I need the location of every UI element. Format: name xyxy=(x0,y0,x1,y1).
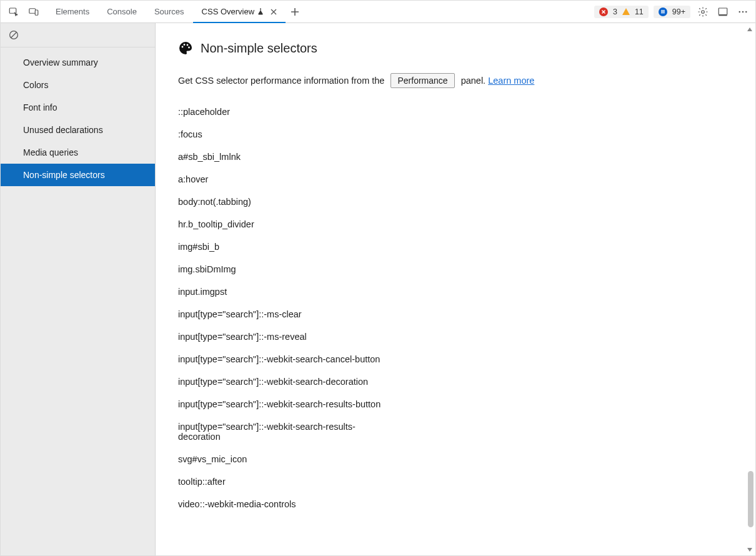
selector-item[interactable]: a:hover xyxy=(178,168,397,191)
sidebar-item-colors[interactable]: Colors xyxy=(1,74,155,96)
intro-before: Get CSS selector performance information… xyxy=(178,76,384,86)
tab-elements[interactable]: Elements xyxy=(47,1,98,22)
sidebar-item-label: Font info xyxy=(23,102,57,112)
tab-console[interactable]: Console xyxy=(98,1,146,22)
selector-item[interactable]: input[type="search"]::-webkit-search-res… xyxy=(178,393,397,415)
sidebar-item-media-queries[interactable]: Media queries xyxy=(1,141,155,164)
svg-point-16 xyxy=(188,47,190,49)
warning-icon xyxy=(622,8,630,15)
learn-more-link[interactable]: Learn more xyxy=(488,76,534,86)
selector-item[interactable]: img#sbi_b xyxy=(178,236,397,258)
selector-item[interactable]: input.imgpst xyxy=(178,280,397,303)
inspect-element-icon[interactable] xyxy=(4,1,23,23)
selector-item[interactable]: video::-webkit-media-controls xyxy=(178,493,397,515)
svg-rect-5 xyxy=(661,10,665,11)
sidebar-item-non-simple-selectors[interactable]: Non-simple selectors xyxy=(1,164,155,186)
svg-rect-7 xyxy=(719,8,727,15)
toolbar-tabs: Elements Console Sources CSS Overview xyxy=(47,1,589,22)
svg-rect-1 xyxy=(29,8,36,13)
svg-rect-4 xyxy=(661,12,665,13)
flask-icon xyxy=(257,7,264,16)
sidebar-list: Overview summary Colors Font info Unused… xyxy=(1,47,155,186)
sidebar-item-overview-summary[interactable]: Overview summary xyxy=(1,51,155,74)
errors-warnings-pill[interactable]: 3 11 xyxy=(594,6,649,18)
selector-item[interactable]: :focus xyxy=(178,123,397,146)
selector-item[interactable]: svg#vs_mic_icon xyxy=(178,448,397,470)
selector-item[interactable]: input[type="search"]::-webkit-search-can… xyxy=(178,348,397,370)
dock-side-icon[interactable] xyxy=(715,4,730,19)
scrollbar-track[interactable] xyxy=(745,34,755,545)
content-panel: Non-simple selectors Get CSS selector pe… xyxy=(156,23,755,555)
toolbar-right: 3 11 99+ xyxy=(589,1,755,22)
svg-point-10 xyxy=(742,11,744,12)
selector-item[interactable]: input[type="search"]::-webkit-search-res… xyxy=(178,415,397,448)
tab-label: Console xyxy=(107,7,137,16)
selector-item[interactable]: input[type="search"]::-ms-reveal xyxy=(178,325,397,348)
error-count: 3 xyxy=(613,7,617,16)
sidebar-item-label: Media queries xyxy=(23,147,78,157)
svg-point-13 xyxy=(182,46,184,48)
svg-rect-2 xyxy=(35,10,38,15)
tab-sources[interactable]: Sources xyxy=(146,1,193,22)
scrollbar-thumb[interactable] xyxy=(748,471,754,527)
intro-text: Get CSS selector performance information… xyxy=(178,73,722,88)
palette-icon xyxy=(178,41,193,56)
sidebar-item-label: Overview summary xyxy=(23,57,98,67)
svg-point-14 xyxy=(184,44,186,46)
selector-item[interactable]: input[type="search"]::-webkit-search-dec… xyxy=(178,370,397,393)
scroll-up-button[interactable] xyxy=(745,24,754,34)
svg-rect-3 xyxy=(661,11,665,12)
warning-count: 11 xyxy=(635,7,644,16)
selector-item[interactable]: tooltip::after xyxy=(178,470,397,493)
content-inner: Non-simple selectors Get CSS selector pe… xyxy=(156,23,745,555)
add-tab-button[interactable] xyxy=(286,1,304,22)
tab-css-overview[interactable]: CSS Overview xyxy=(193,1,286,22)
close-icon[interactable] xyxy=(271,9,277,15)
css-overview-sidebar: Overview summary Colors Font info Unused… xyxy=(1,23,156,555)
tab-label: Elements xyxy=(56,7,89,16)
clear-icon[interactable] xyxy=(8,29,19,41)
settings-icon[interactable] xyxy=(695,4,710,19)
sidebar-item-label: Colors xyxy=(23,80,48,90)
sidebar-item-label: Unused declarations xyxy=(23,125,103,135)
sidebar-item-label: Non-simple selectors xyxy=(23,170,105,180)
issues-icon xyxy=(659,7,667,16)
issues-pill[interactable]: 99+ xyxy=(654,6,690,18)
device-toolbar-icon[interactable] xyxy=(24,1,43,23)
heading-text: Non-simple selectors xyxy=(201,41,317,56)
selector-item[interactable]: a#sb_sbi_lmlnk xyxy=(178,146,397,168)
svg-point-11 xyxy=(745,11,747,12)
svg-rect-0 xyxy=(9,8,16,13)
svg-point-6 xyxy=(702,10,705,13)
devtools-toolbar: Elements Console Sources CSS Overview xyxy=(1,1,755,23)
toolbar-left xyxy=(1,1,47,22)
performance-panel-chip[interactable]: Performance xyxy=(390,73,454,88)
selector-item[interactable]: img.sbiDmImg xyxy=(178,258,397,280)
section-heading: Non-simple selectors xyxy=(178,41,722,56)
selector-item[interactable]: body:not(.tabbing) xyxy=(178,191,397,213)
selector-list: ::placeholder:focusa#sb_sbi_lmlnka:hover… xyxy=(178,101,722,515)
sidebar-item-font-info[interactable]: Font info xyxy=(1,96,155,119)
selector-item[interactable]: hr.b_tooltip_divider xyxy=(178,213,397,236)
selector-item[interactable]: input[type="search"]::-ms-clear xyxy=(178,303,397,325)
more-icon[interactable] xyxy=(735,4,750,19)
svg-point-15 xyxy=(187,44,189,46)
svg-point-9 xyxy=(739,11,740,12)
selector-item[interactable]: ::placeholder xyxy=(178,101,397,123)
sidebar-item-unused-declarations[interactable]: Unused declarations xyxy=(1,119,155,141)
tab-label: Sources xyxy=(154,7,184,16)
svg-rect-8 xyxy=(719,14,727,16)
devtools-body: Overview summary Colors Font info Unused… xyxy=(1,23,755,555)
devtools-window: Elements Console Sources CSS Overview xyxy=(0,0,756,556)
sidebar-header xyxy=(1,23,155,47)
scroll-down-button[interactable] xyxy=(745,545,754,554)
error-icon xyxy=(599,7,608,16)
issues-count: 99+ xyxy=(672,7,685,16)
intro-after: panel. xyxy=(461,76,486,86)
tab-label: CSS Overview xyxy=(202,7,255,16)
